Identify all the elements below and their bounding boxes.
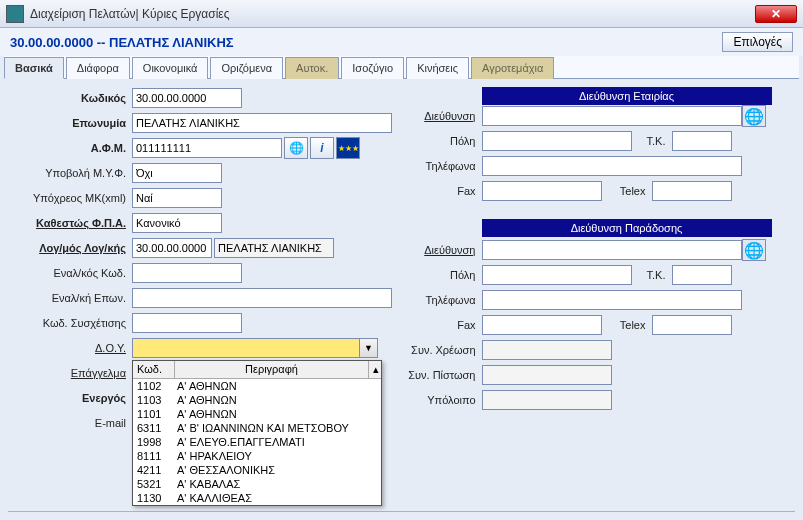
- subheader: 30.00.00.0000 -- ΠΕΛΑΤΗΣ ΛΙΑΝΙΚΗΣ Επιλογ…: [0, 28, 803, 56]
- left-column: Κωδικός Επωνυμία Α.Φ.Μ. 🌐 i ★★★ Υποβολή …: [12, 87, 402, 507]
- active-label: Ενεργός: [12, 392, 132, 404]
- addr-globe-icon[interactable]: 🌐: [742, 105, 766, 127]
- daddr-globe-icon[interactable]: 🌐: [742, 239, 766, 261]
- doy-dropdown: Κωδ. Περιγραφή ▴ 1102Α' ΑΘΗΝΩΝ1103Α' ΑΘΗ…: [132, 360, 382, 506]
- myf-field[interactable]: [132, 163, 222, 183]
- vat-label: Καθεστώς Φ.Π.Α.: [12, 217, 132, 229]
- balance-label: Υπόλοιπο: [402, 394, 482, 406]
- doy-option[interactable]: 1130Α' ΚΑΛΛΙΘΕΑΣ: [133, 491, 381, 505]
- window-title: Διαχείριση Πελατών| Κύριες Εργασίες: [30, 7, 755, 21]
- altcode-field[interactable]: [132, 263, 242, 283]
- dtel-label: Τηλέφωνα: [402, 294, 482, 306]
- relation-field[interactable]: [132, 313, 242, 333]
- right-column: Διεύθυνση Εταιρίας Διεύθυνση 🌐 Πόλη Τ.Κ.…: [402, 87, 792, 507]
- code-field[interactable]: [132, 88, 242, 108]
- doy-option[interactable]: 1101Α' ΑΘΗΝΩΝ: [133, 407, 381, 421]
- doy-option[interactable]: 6311Α' Β' ΙΩΑΝΝΙΝΩΝ ΚΑΙ ΜΕΤΣΟΒΟΥ: [133, 421, 381, 435]
- zip-label: Τ.Κ.: [632, 135, 672, 147]
- debit-label: Συν. Χρέωση: [402, 344, 482, 356]
- doy-option[interactable]: 1998Α' ΕΛΕΥΘ.ΕΠΑΓΓΕΛΜΑΤΙ: [133, 435, 381, 449]
- doy-dropdown-arrow[interactable]: ▼: [360, 338, 378, 358]
- doy-option[interactable]: 4211Α' ΘΕΣΣΑΛΟΝΙΚΗΣ: [133, 463, 381, 477]
- email-label: E-mail: [12, 417, 132, 429]
- acct-name-field: [214, 238, 334, 258]
- city-label: Πόλη: [402, 135, 482, 147]
- afm-label: Α.Φ.Μ.: [12, 142, 132, 154]
- mk-label: Υπόχρεος MK(xml): [12, 192, 132, 204]
- code-label: Κωδικός: [12, 92, 132, 104]
- acct-label: Λογ/μός Λογ/κής: [12, 242, 132, 254]
- tab-moves[interactable]: Κινήσεις: [406, 57, 469, 79]
- dtelex-label: Telex: [602, 319, 652, 331]
- mk-field[interactable]: [132, 188, 222, 208]
- telex-label: Telex: [602, 185, 652, 197]
- dfax-label: Fax: [402, 319, 482, 331]
- tab-misc[interactable]: Διάφορα: [66, 57, 130, 79]
- debit-field: [482, 340, 612, 360]
- dzip-label: Τ.Κ.: [632, 269, 672, 281]
- relation-label: Κωδ. Συσχέτισης: [12, 317, 132, 329]
- addr-field[interactable]: [482, 106, 742, 126]
- name-field[interactable]: [132, 113, 392, 133]
- telex-field[interactable]: [652, 181, 732, 201]
- record-title: 30.00.00.0000 -- ΠΕΛΑΤΗΣ ΛΙΑΝΙΚΗΣ: [10, 35, 722, 50]
- dcity-field[interactable]: [482, 265, 632, 285]
- doy-label: Δ.Ο.Υ.: [12, 342, 132, 354]
- dzip-field[interactable]: [672, 265, 732, 285]
- footer-separator: [8, 511, 795, 512]
- titlebar: Διαχείριση Πελατών| Κύριες Εργασίες ✕: [0, 0, 803, 28]
- dropdown-col-desc: Περιγραφή: [175, 361, 369, 378]
- credit-label: Συν. Πίστωση: [402, 369, 482, 381]
- tab-balance[interactable]: Ισοζύγιο: [341, 57, 404, 79]
- dfax-field[interactable]: [482, 315, 602, 335]
- app-icon: [6, 5, 24, 23]
- acct-code-field[interactable]: [132, 238, 212, 258]
- altname-field[interactable]: [132, 288, 392, 308]
- afm-field[interactable]: [132, 138, 282, 158]
- daddr-label: Διεύθυνση: [402, 244, 482, 256]
- afm-info-icon[interactable]: i: [310, 137, 334, 159]
- doy-combo[interactable]: [132, 338, 360, 358]
- tab-defs[interactable]: Οριζόμενα: [210, 57, 283, 79]
- company-address-header: Διεύθυνση Εταιρίας: [482, 87, 772, 105]
- credit-field: [482, 365, 612, 385]
- fax-label: Fax: [402, 185, 482, 197]
- prof-label: Επάγγελμα: [12, 367, 132, 379]
- tab-bar: Βασικά Διάφορα Οικονομικά Οριζόμενα Αυτο…: [4, 56, 799, 79]
- afm-eu-icon[interactable]: ★★★: [336, 137, 360, 159]
- close-button[interactable]: ✕: [755, 5, 797, 23]
- dtel-field[interactable]: [482, 290, 742, 310]
- vat-field[interactable]: [132, 213, 222, 233]
- myf-label: Υποβολή Μ.Υ.Φ.: [12, 167, 132, 179]
- daddr-field[interactable]: [482, 240, 742, 260]
- dtelex-field[interactable]: [652, 315, 732, 335]
- delivery-address-header: Διεύθυνση Παράδοσης: [482, 219, 772, 237]
- fax-field[interactable]: [482, 181, 602, 201]
- dcity-label: Πόλη: [402, 269, 482, 281]
- tel-label: Τηλέφωνα: [402, 160, 482, 172]
- doy-option[interactable]: 8111Α' ΗΡΑΚΛΕΙΟΥ: [133, 449, 381, 463]
- altcode-label: Εναλ/κός Κωδ.: [12, 267, 132, 279]
- dropdown-col-code: Κωδ.: [133, 361, 175, 378]
- tab-parcels[interactable]: Αγροτεμάχια: [471, 57, 554, 79]
- tel-field[interactable]: [482, 156, 742, 176]
- doy-option[interactable]: 5321Α' ΚΑΒΑΛΑΣ: [133, 477, 381, 491]
- options-button[interactable]: Επιλογές: [722, 32, 793, 52]
- tab-basic[interactable]: Βασικά: [4, 57, 64, 79]
- altname-label: Εναλ/κή Επων.: [12, 292, 132, 304]
- dropdown-body: 1102Α' ΑΘΗΝΩΝ1103Α' ΑΘΗΝΩΝ1101Α' ΑΘΗΝΩΝ6…: [133, 379, 381, 505]
- zip-field[interactable]: [672, 131, 732, 151]
- addr-label: Διεύθυνση: [402, 110, 482, 122]
- balance-field: [482, 390, 612, 410]
- tab-auto[interactable]: Αυτοκ.: [285, 57, 339, 79]
- name-label: Επωνυμία: [12, 117, 132, 129]
- form-area: Κωδικός Επωνυμία Α.Φ.Μ. 🌐 i ★★★ Υποβολή …: [0, 79, 803, 507]
- afm-globe-icon[interactable]: 🌐: [284, 137, 308, 159]
- city-field[interactable]: [482, 131, 632, 151]
- dropdown-scroll-up[interactable]: ▴: [369, 361, 381, 378]
- doy-option[interactable]: 1103Α' ΑΘΗΝΩΝ: [133, 393, 381, 407]
- tab-finance[interactable]: Οικονομικά: [132, 57, 209, 79]
- doy-option[interactable]: 1102Α' ΑΘΗΝΩΝ: [133, 379, 381, 393]
